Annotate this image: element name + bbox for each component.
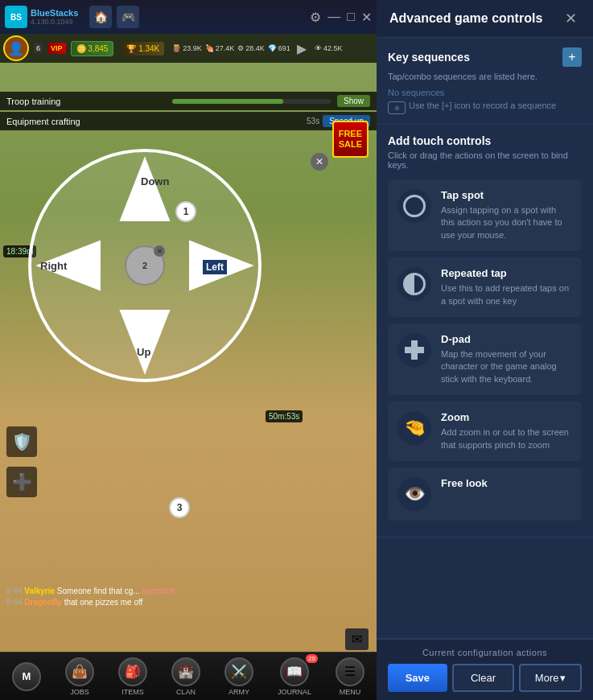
right-panel: Advanced game controls ✕ Key sequences +… bbox=[377, 0, 593, 700]
nav-journal[interactable]: 29 📖 JOURNAL bbox=[271, 654, 318, 699]
secondary-gold: 🏆 1.34K bbox=[121, 42, 164, 56]
dpad-card-title: D-pad bbox=[441, 333, 572, 345]
chat-line-1: 8:44 Valkyrie Someone find that cg... sp… bbox=[6, 586, 370, 597]
zoom-card[interactable]: 🤏 Zoom Add zoom in or out to the screen … bbox=[388, 401, 582, 461]
repeated-tap-icon-wrap bbox=[397, 267, 431, 301]
dpad-icon bbox=[403, 339, 426, 361]
troop-training-bar: Troop training Show bbox=[0, 92, 377, 110]
add-touch-title: Add touch controls bbox=[388, 134, 582, 147]
key-sequences-desc: Tap/combo sequences are listed here. bbox=[388, 72, 582, 81]
svg-rect-1 bbox=[411, 353, 418, 360]
zoom-text: Zoom Add zoom in or out to the screen th… bbox=[441, 411, 572, 451]
top-bar: BS BlueStacks 4.130.0.1049 🏠 🎮 ⚙ — □ ✕ bbox=[0, 0, 377, 34]
dpad-card[interactable]: D-pad Map the movement of your character… bbox=[388, 323, 582, 395]
dpad-left-label: Right bbox=[40, 260, 67, 272]
bluestacks-logo: BS BlueStacks 4.130.0.1049 bbox=[5, 6, 78, 28]
resource-food: 🍖 27.4K bbox=[205, 44, 235, 52]
seq-icon: ⊕ bbox=[388, 101, 406, 114]
game-icon[interactable]: 🎮 bbox=[117, 6, 139, 28]
maximize-icon[interactable]: □ bbox=[347, 10, 355, 24]
journal-label: JOURNAL bbox=[278, 688, 311, 696]
troop-training-label: Troop training bbox=[6, 97, 166, 106]
tap-spot-title: Tap spot bbox=[441, 189, 572, 201]
zoom-desc: Add zoom in or out to the screen that su… bbox=[441, 426, 572, 451]
repeated-tap-card[interactable]: Repeated tap Use this to add repeated ta… bbox=[388, 257, 582, 317]
resource-wood: 🪵 23.9K bbox=[172, 44, 202, 52]
free-look-icon: 👁️ bbox=[404, 484, 426, 504]
clan-label: CLAN bbox=[176, 688, 196, 696]
free-sale-badge: FREESALE bbox=[332, 121, 369, 158]
army-icon: ⚔️ bbox=[224, 657, 253, 686]
tap-spot-icon-wrap bbox=[397, 189, 431, 223]
arrow-right-icon[interactable]: ▶ bbox=[297, 41, 307, 56]
close-icon[interactable]: ✕ bbox=[361, 10, 372, 25]
chat-envelope-icon[interactable]: ✉ bbox=[345, 628, 369, 650]
svg-rect-0 bbox=[411, 340, 418, 347]
level-badge: 6 bbox=[34, 43, 43, 53]
tap-spot-desc: Assign tapping on a spot with this actio… bbox=[441, 204, 572, 241]
key-sequences-title: Key sequences bbox=[388, 51, 470, 64]
equipment-crafting-label: Equipment crafting bbox=[6, 117, 307, 126]
dpad-down-label: Up bbox=[137, 346, 150, 358]
menu-label: MENU bbox=[340, 688, 361, 696]
panel-close-button[interactable]: ✕ bbox=[562, 10, 580, 27]
settings-icon[interactable]: ⚙ bbox=[310, 10, 321, 25]
repeated-tap-desc: Use this to add repeated taps on a spot … bbox=[441, 282, 572, 307]
add-sequence-button[interactable]: + bbox=[562, 47, 582, 67]
timer-badge-2: 50m:53s bbox=[266, 410, 303, 422]
dpad-up-label: Down bbox=[141, 175, 169, 187]
menu-icon: ☰ bbox=[336, 657, 364, 686]
tap-spot-card[interactable]: Tap spot Assign tapping on a spot with t… bbox=[388, 179, 582, 251]
config-bar: Current configuration actions Save Clear… bbox=[377, 638, 593, 700]
shield-icon[interactable]: 🛡️ bbox=[6, 426, 37, 457]
dpad-right-label: Left bbox=[203, 260, 227, 274]
nav-army[interactable]: ⚔️ ARMY bbox=[218, 654, 260, 699]
nav-clan[interactable]: 🏰 CLAN bbox=[165, 654, 207, 699]
notification-bars: Troop training Show Equipment crafting 5… bbox=[0, 92, 377, 132]
items-icon: 🎒 bbox=[118, 657, 147, 686]
clan-icon: 🏰 bbox=[171, 657, 200, 686]
key-sequences-header: Key sequences + bbox=[388, 47, 582, 67]
home-icon[interactable]: 🏠 bbox=[89, 6, 112, 28]
app-version: 4.130.0.1049 bbox=[31, 18, 78, 26]
panel-header: Advanced game controls ✕ bbox=[377, 0, 593, 38]
panel-content: Key sequences + Tap/combo sequences are … bbox=[377, 38, 593, 638]
add-touch-desc: Click or drag the actions on the screen … bbox=[388, 150, 582, 170]
nav-items[interactable]: 🎒 ITEMS bbox=[112, 654, 154, 699]
dpad-container: Down Up Right Left 2 ✕ bbox=[16, 137, 274, 394]
waypoint-1: 1 bbox=[175, 201, 196, 222]
zoom-title: Zoom bbox=[441, 411, 572, 423]
nav-jobs[interactable]: 👜 JOBS bbox=[59, 654, 101, 699]
save-button[interactable]: Save bbox=[388, 664, 447, 692]
bs-icon: BS bbox=[5, 6, 27, 28]
dpad-card-text: D-pad Map the movement of your character… bbox=[441, 333, 572, 385]
free-look-icon-wrap: 👁️ bbox=[397, 477, 431, 511]
game-panel: BS BlueStacks 4.130.0.1049 🏠 🎮 ⚙ — □ ✕ 👤… bbox=[0, 0, 377, 700]
resource-bar: 👤 6 VIP 🪙 3,845 🏆 1.34K 🪵 23.9K 🍖 27.4K … bbox=[0, 34, 377, 63]
jobs-label: JOBS bbox=[70, 688, 89, 696]
resource-metal: ⚙ 28.4K bbox=[237, 44, 265, 52]
waypoint-3: 3 bbox=[169, 497, 190, 518]
journal-icon: 📖 bbox=[280, 657, 309, 686]
resource-gems: 💎 691 bbox=[268, 44, 290, 52]
resource-view: 👁 42.5K bbox=[315, 44, 343, 52]
dpad-close-icon[interactable]: ✕ bbox=[154, 245, 165, 257]
config-buttons: Save Clear More ▾ bbox=[388, 664, 582, 692]
minimize-icon[interactable]: — bbox=[327, 10, 340, 24]
clear-button[interactable]: Clear bbox=[452, 664, 515, 692]
m-icon: M bbox=[12, 662, 41, 691]
more-button[interactable]: More ▾ bbox=[519, 664, 582, 692]
dpad-overlay-close[interactable]: ✕ bbox=[311, 153, 328, 171]
no-sequences-label: No sequences bbox=[388, 88, 582, 97]
nav-menu[interactable]: ☰ MENU bbox=[329, 654, 371, 699]
jobs-icon: 👜 bbox=[65, 657, 94, 686]
journal-badge: 29 bbox=[306, 654, 318, 663]
plus-icon[interactable]: ➕ bbox=[6, 467, 37, 497]
panel-title: Advanced game controls bbox=[389, 11, 542, 26]
show-button[interactable]: Show bbox=[337, 95, 370, 107]
free-look-card[interactable]: 👁️ Free look bbox=[388, 467, 582, 521]
chat-line-2: 8:44 Dragonfly that one pizzes me off bbox=[6, 597, 370, 608]
nav-m[interactable]: M bbox=[6, 659, 47, 694]
dpad-center[interactable]: 2 ✕ bbox=[125, 245, 165, 286]
zoom-icon-wrap: 🤏 bbox=[397, 411, 431, 445]
